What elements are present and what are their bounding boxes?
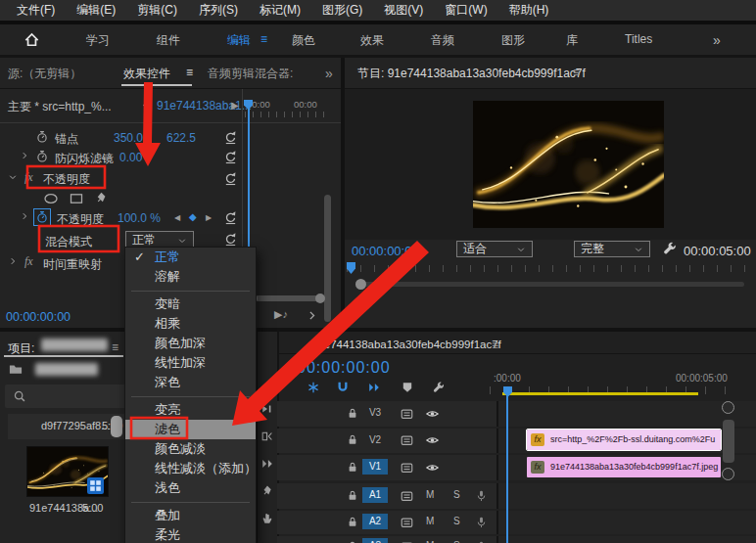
anchor-x-value[interactable]: 350.0 bbox=[114, 131, 143, 145]
toggle-track-output-eye-icon[interactable] bbox=[425, 407, 440, 421]
toggle-track-output-eye-icon[interactable] bbox=[425, 433, 440, 447]
mute-toggle[interactable]: M bbox=[426, 489, 434, 500]
workspace-tab-learning[interactable]: 学习 bbox=[86, 32, 110, 49]
timeline-scroll-bottom-handle[interactable] bbox=[722, 468, 734, 480]
menu-file[interactable]: 文件(F) bbox=[6, 2, 66, 19]
menu-item-overlay[interactable]: 叠加 bbox=[125, 506, 256, 525]
timeline-settings-wrench-icon[interactable] bbox=[432, 381, 446, 394]
play-audio-icon[interactable]: ▶♪ bbox=[274, 308, 288, 321]
toggle-track-output-eye-icon[interactable] bbox=[425, 461, 440, 475]
menu-sequence[interactable]: 序列(S) bbox=[188, 2, 249, 19]
track-label-a1[interactable]: A1 bbox=[362, 487, 388, 503]
settings-wrench-icon[interactable] bbox=[662, 241, 678, 256]
lock-icon[interactable] bbox=[347, 461, 358, 474]
time-remap-label[interactable]: 时间重映射 bbox=[43, 256, 102, 273]
program-playhead[interactable] bbox=[347, 262, 355, 274]
pen-mask-icon[interactable] bbox=[94, 191, 109, 205]
stopwatch-icon[interactable] bbox=[35, 150, 49, 163]
workspace-tab-audio[interactable]: 音频 bbox=[431, 32, 454, 49]
menu-item-soft-light[interactable]: 柔光 bbox=[125, 525, 256, 543]
track-label-a2[interactable]: A2 bbox=[362, 514, 388, 529]
workspace-tab-libraries[interactable]: 库 bbox=[566, 32, 578, 49]
ec-vertical-scrollbar[interactable] bbox=[324, 195, 331, 322]
menu-clip[interactable]: 剪辑(C) bbox=[126, 2, 188, 19]
menu-edit[interactable]: 编辑(E) bbox=[66, 2, 126, 19]
menu-item-dissolve[interactable]: 溶解 bbox=[125, 267, 256, 287]
track-label-a3[interactable]: A3 bbox=[362, 538, 388, 543]
tab-sequence[interactable]: 91e744138aba13a30feb4cb999f1ac7f bbox=[311, 339, 501, 350]
menu-view[interactable]: 视图(V) bbox=[373, 2, 434, 19]
loop-playback-icon[interactable] bbox=[306, 309, 318, 322]
tab-audio-clip-mixer[interactable]: 音频剪辑混合器: bbox=[208, 66, 293, 82]
ripple-edit-tool-icon[interactable] bbox=[260, 430, 274, 443]
menu-item-color-dodge[interactable]: 颜色减淡 bbox=[125, 439, 256, 459]
snap-magnet-icon[interactable] bbox=[336, 381, 350, 394]
program-timecode[interactable]: 00:00:00:00 bbox=[352, 244, 419, 258]
ec-horizontal-scrollbar[interactable] bbox=[251, 295, 321, 301]
project-scrollbar-thumb[interactable] bbox=[111, 416, 122, 437]
next-keyframe-icon[interactable]: ▶ bbox=[206, 213, 212, 222]
workspace-tab-titles[interactable]: Titles bbox=[625, 32, 652, 46]
source-patch-icon[interactable] bbox=[400, 407, 414, 421]
source-patch-icon[interactable] bbox=[400, 489, 414, 503]
solo-toggle[interactable]: S bbox=[453, 489, 460, 500]
program-video-frame[interactable] bbox=[473, 101, 664, 228]
menu-window[interactable]: 窗口(W) bbox=[434, 2, 497, 19]
program-ruler-ticks[interactable] bbox=[347, 265, 748, 272]
reset-parameter-icon[interactable] bbox=[223, 210, 238, 225]
program-panel-menu-icon[interactable]: ≡ bbox=[573, 66, 580, 79]
lock-icon[interactable] bbox=[347, 407, 358, 420]
timeline-vertical-scrollbar[interactable] bbox=[723, 420, 734, 463]
source-patch-icon[interactable] bbox=[400, 516, 414, 529]
panel-tab-overflow-icon[interactable]: » bbox=[325, 66, 333, 81]
anchor-y-value[interactable]: 622.5 bbox=[166, 131, 196, 145]
source-patch-icon[interactable] bbox=[400, 461, 414, 475]
tab-source-monitor[interactable]: 源:（无剪辑） bbox=[8, 66, 81, 82]
workspace-tab-graphics[interactable]: 图形 bbox=[501, 32, 525, 49]
voiceover-mic-icon[interactable] bbox=[475, 489, 488, 503]
workspace-tab-editing-menu-icon[interactable]: ≡ bbox=[260, 32, 267, 46]
workspace-tab-effects[interactable]: 效果 bbox=[360, 32, 384, 49]
mute-toggle[interactable]: M bbox=[426, 516, 434, 526]
add-keyframe-icon[interactable]: ◆ bbox=[189, 211, 197, 222]
chevron-down-icon[interactable] bbox=[141, 101, 152, 112]
reset-effect-icon[interactable] bbox=[223, 171, 238, 186]
ellipse-mask-icon[interactable] bbox=[43, 191, 59, 206]
timeline-clip-v1[interactable]: fx 91e744138aba13a30feb4cb999f1ac7f.jpeg bbox=[527, 457, 721, 477]
program-zoom-scrollbar[interactable] bbox=[364, 282, 744, 287]
opacity-effect-label[interactable]: 不透明度 bbox=[43, 171, 90, 188]
timeline-panel-menu-icon[interactable]: ≡ bbox=[492, 339, 498, 352]
lock-icon[interactable] bbox=[347, 516, 358, 528]
menu-item-lighten[interactable]: 变亮 bbox=[125, 400, 256, 420]
add-marker-icon[interactable] bbox=[401, 381, 414, 394]
menu-item-linear-burn[interactable]: 线性加深 bbox=[125, 353, 256, 373]
reset-parameter-icon[interactable] bbox=[223, 232, 238, 247]
folder-icon[interactable] bbox=[8, 362, 24, 377]
tab-effect-controls[interactable]: 效果控件 bbox=[123, 66, 170, 82]
show-timeline-toggle-icon[interactable]: ▶ bbox=[231, 100, 239, 111]
nest-sequences-icon[interactable] bbox=[307, 381, 320, 394]
zoom-level-dropdown[interactable]: 适合 bbox=[456, 241, 533, 257]
ec-timecode[interactable]: 00:00:00:00 bbox=[6, 310, 71, 324]
menu-item-normal[interactable]: ✓正常 bbox=[125, 248, 256, 267]
voiceover-mic-icon[interactable] bbox=[475, 516, 488, 529]
ec-hscroll-right-handle[interactable] bbox=[315, 294, 325, 303]
menu-item-color-burn[interactable]: 颜色加深 bbox=[125, 334, 256, 353]
menu-item-multiply[interactable]: 相乘 bbox=[125, 314, 256, 334]
reset-parameter-icon[interactable] bbox=[223, 150, 238, 164]
timeline-timecode[interactable]: 00:00:00:00 bbox=[297, 359, 391, 377]
source-patch-icon[interactable] bbox=[400, 433, 414, 447]
workspace-tab-color[interactable]: 颜色 bbox=[292, 32, 315, 49]
work-area-bar[interactable] bbox=[502, 392, 698, 395]
menu-item-lighter-color[interactable]: 浅色 bbox=[125, 478, 256, 498]
stopwatch-icon-active[interactable] bbox=[35, 210, 49, 224]
chevron-right-icon[interactable] bbox=[20, 151, 29, 160]
timeline-playhead-line[interactable] bbox=[506, 386, 508, 543]
solo-toggle[interactable]: S bbox=[453, 516, 460, 526]
track-v3-content[interactable] bbox=[496, 401, 756, 427]
home-icon[interactable] bbox=[24, 31, 40, 48]
opacity-value[interactable]: 100.0 % bbox=[118, 211, 161, 225]
track-label-v1-targeted[interactable]: V1 bbox=[362, 459, 388, 475]
lock-icon[interactable] bbox=[347, 433, 358, 446]
antiflicker-value[interactable]: 0.00 bbox=[119, 151, 142, 164]
